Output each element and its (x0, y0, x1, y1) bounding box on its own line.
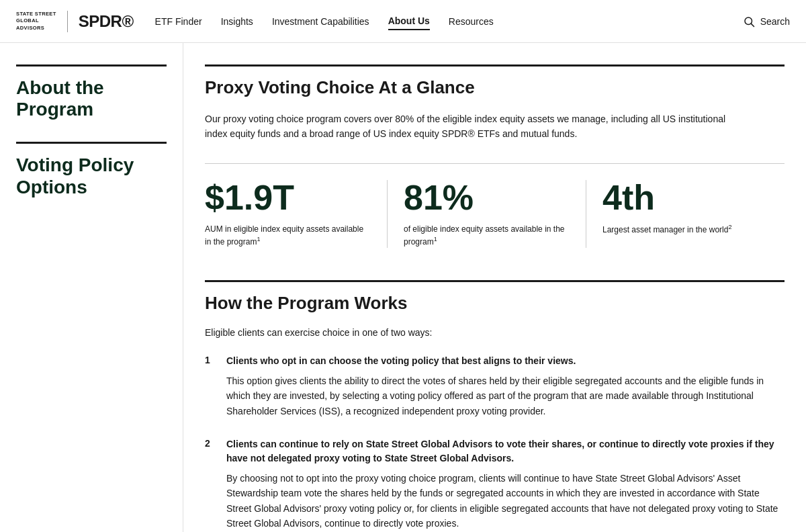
nav-investment-capabilities[interactable]: Investment Capabilities (272, 13, 369, 30)
stat-aum-value: $1.9T (205, 180, 371, 215)
list-item-content-1: Clients who opt in can choose the voting… (226, 354, 785, 418)
program-list: 1 Clients who opt in can choose the voti… (205, 354, 785, 531)
list-item-text-1: This option gives clients the ability to… (226, 373, 785, 418)
logo[interactable]: STATE STREET GLOBAL ADVISORS SPDR® (16, 11, 134, 32)
how-section-intro: Eligible clients can exercise choice in … (205, 327, 785, 338)
sidebar-section-about: About the Program (16, 64, 167, 120)
stat-percent-label: of eligible index equity assets availabl… (404, 223, 570, 248)
stat-aum: $1.9T AUM in eligible index equity asset… (205, 180, 388, 248)
main-layout: About the Program Voting Policy Options … (0, 43, 806, 532)
stat-percent: 81% of eligible index equity assets avai… (404, 180, 586, 248)
list-item-number-2: 2 (205, 437, 216, 531)
proxy-section-title: Proxy Voting Choice At a Glance (205, 77, 785, 98)
stats-row: $1.9T AUM in eligible index equity asset… (205, 163, 785, 248)
list-item-number-1: 1 (205, 354, 216, 418)
stat-percent-value: 81% (404, 180, 570, 215)
logo-spdr: SPDR® (79, 12, 134, 31)
main-content: Proxy Voting Choice At a Glance Our prox… (183, 43, 806, 532)
how-section: How the Program Works Eligible clients c… (205, 280, 785, 531)
stat-rank: 4th Largest asset manager in the world2 (602, 180, 785, 248)
list-item: 2 Clients can continue to rely on State … (205, 437, 785, 531)
header-left: STATE STREET GLOBAL ADVISORS SPDR® ETF F… (16, 11, 494, 32)
sidebar-voting-heading: Voting Policy Options (16, 142, 167, 197)
list-item: 1 Clients who opt in can choose the voti… (205, 354, 785, 418)
search-button[interactable]: Search (743, 15, 790, 28)
svg-line-1 (751, 24, 754, 26)
sidebar-about-heading: About the Program (16, 64, 167, 120)
site-header: STATE STREET GLOBAL ADVISORS SPDR® ETF F… (0, 0, 806, 43)
proxy-voting-section: Proxy Voting Choice At a Glance Our prox… (205, 64, 785, 248)
list-item-bold-1: Clients who opt in can choose the voting… (226, 354, 785, 368)
logo-divider (67, 11, 68, 32)
nav-etf-finder[interactable]: ETF Finder (155, 13, 202, 30)
list-item-content-2: Clients can continue to rely on State St… (226, 437, 785, 531)
search-label: Search (760, 16, 790, 27)
sidebar-section-voting: Voting Policy Options (16, 142, 167, 197)
nav-resources[interactable]: Resources (449, 13, 494, 30)
nav-insights[interactable]: Insights (221, 13, 253, 30)
stat-rank-value: 4th (602, 180, 768, 215)
logo-ssga-text: STATE STREET GLOBAL ADVISORS (16, 11, 56, 32)
proxy-section-description: Our proxy voting choice program covers o… (205, 112, 729, 142)
main-nav: ETF Finder Insights Investment Capabilit… (155, 13, 494, 30)
list-item-bold-2: Clients can continue to rely on State St… (226, 437, 785, 466)
stat-rank-label: Largest asset manager in the world2 (602, 223, 768, 236)
stat-aum-label: AUM in eligible index equity assets avai… (205, 223, 371, 248)
sidebar: About the Program Voting Policy Options (0, 43, 183, 532)
list-item-text-2: By choosing not to opt into the proxy vo… (226, 471, 785, 531)
search-icon (743, 15, 755, 28)
nav-about-us[interactable]: About Us (388, 13, 430, 30)
how-section-title: How the Program Works (205, 293, 785, 314)
